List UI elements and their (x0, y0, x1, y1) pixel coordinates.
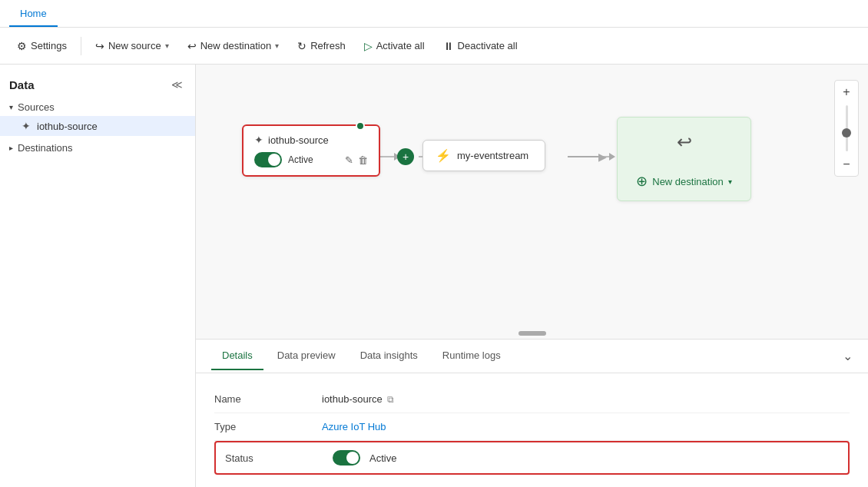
details-tabs: Details Data preview Data insights Runti… (196, 340, 868, 373)
connector-dot (356, 121, 365, 131)
sources-label: Sources (18, 101, 55, 113)
sidebar-section-sources: ▾ Sources ✦ iothub-source (0, 98, 195, 136)
status-toggle-slider (333, 450, 360, 465)
canvas-area: ✦ iothub-source Active ✎ 🗑 (196, 65, 868, 487)
name-text: iothub-source (322, 393, 383, 405)
new-source-icon: ↪ (95, 40, 104, 52)
sidebar-section-destinations: ▸ Destinations (0, 139, 195, 157)
tab-details[interactable]: Details (211, 342, 263, 370)
copy-icon[interactable]: ⧉ (387, 394, 394, 405)
detail-row-type: Type Azure IoT Hub (214, 413, 850, 441)
details-content: Name iothub-source ⧉ Type Azure IoT Hub … (196, 373, 868, 487)
new-dest-chevron: ▾ (728, 177, 732, 186)
tab-bar: Home (0, 0, 868, 28)
new-destination-chevron: ▾ (275, 41, 279, 50)
status-value: Active (333, 450, 396, 465)
scroll-indicator (518, 331, 546, 336)
sources-section-header[interactable]: ▾ Sources (0, 98, 195, 116)
zoom-slider-track (846, 105, 848, 151)
deactivate-all-label: Deactivate all (458, 40, 518, 51)
iothub-source-icon: ✦ (22, 120, 31, 132)
status-text: Active (369, 452, 396, 464)
node-action-icons: ✎ 🗑 (345, 154, 368, 166)
activate-all-label: Activate all (376, 40, 425, 51)
type-value: Azure IoT Hub (322, 421, 386, 432)
zoom-in-button[interactable]: + (838, 84, 855, 101)
new-source-chevron: ▾ (165, 41, 169, 50)
new-source-button[interactable]: ↪ New source ▾ (88, 35, 177, 57)
type-label: Type (214, 421, 306, 432)
delete-icon[interactable]: 🗑 (358, 154, 368, 166)
sidebar-item-iothub-source[interactable]: ✦ iothub-source (0, 116, 195, 136)
settings-button[interactable]: ⚙ Settings (9, 35, 75, 57)
destinations-chevron-icon: ▸ (9, 144, 13, 152)
tab-data-insights[interactable]: Data insights (350, 342, 429, 370)
sidebar: Data ≪ ▾ Sources ✦ iothub-source ▸ Desti… (0, 65, 196, 487)
toggle-label: Active (288, 154, 313, 165)
name-value: iothub-source ⧉ (322, 393, 394, 405)
details-panel: Details Data preview Data insights Runti… (196, 339, 868, 487)
main-layout: Data ≪ ▾ Sources ✦ iothub-source ▸ Desti… (0, 65, 868, 487)
settings-label: Settings (31, 40, 67, 51)
flow-arrow: ▶ (568, 151, 607, 163)
arrow-line (568, 156, 598, 157)
details-expand-button[interactable]: ⌄ (843, 349, 853, 363)
toggle-slider (254, 152, 282, 167)
zoom-out-button[interactable]: − (838, 156, 855, 173)
source-node-icon: ✦ (254, 134, 263, 146)
node-header: ✦ iothub-source (254, 134, 368, 146)
iothub-source-label: iothub-source (37, 121, 98, 132)
separator-1 (81, 37, 81, 55)
new-dest-label: New destination (652, 176, 724, 187)
refresh-icon: ↻ (297, 40, 306, 52)
name-label: Name (214, 393, 306, 405)
tab-data-preview[interactable]: Data preview (267, 342, 346, 370)
new-destination-label: New destination (200, 40, 272, 51)
tab-runtime-logs[interactable]: Runtime logs (432, 342, 512, 370)
destinations-label: Destinations (18, 142, 73, 154)
deactivate-all-button[interactable]: ⏸ Deactivate all (436, 35, 525, 57)
new-source-label: New source (108, 40, 161, 51)
arrow-head: ▶ (598, 151, 607, 163)
activate-all-button[interactable]: ▷ Activate all (356, 35, 432, 57)
activate-all-icon: ▷ (364, 40, 373, 52)
new-dest-plus-icon: ⊕ (636, 173, 648, 190)
detail-row-name: Name iothub-source ⧉ (214, 386, 850, 413)
sidebar-collapse-button[interactable]: ≪ (168, 77, 186, 92)
destination-icon: ↩ (677, 131, 692, 153)
deactivate-all-icon: ⏸ (443, 40, 454, 52)
detail-row-status: Status Active (214, 441, 850, 475)
tab-home[interactable]: Home (9, 2, 58, 27)
status-toggle[interactable] (333, 450, 360, 465)
sources-chevron-icon: ▾ (9, 103, 13, 111)
new-destination-button-flow[interactable]: ⊕ New destination ▾ (636, 173, 732, 190)
status-label: Status (225, 452, 317, 464)
settings-icon: ⚙ (17, 40, 27, 52)
source-toggle[interactable] (254, 152, 282, 167)
refresh-label: Refresh (310, 40, 346, 51)
zoom-slider-thumb (842, 128, 851, 137)
refresh-button[interactable]: ↻ Refresh (290, 35, 353, 57)
toolbar: ⚙ Settings ↪ New source ▾ ↩ New destinat… (0, 28, 868, 65)
destination-node[interactable]: ↩ ⊕ New destination ▾ (617, 117, 751, 201)
flow-canvas[interactable]: ✦ iothub-source Active ✎ 🗑 (196, 65, 868, 339)
svg-marker-4 (609, 153, 615, 161)
destinations-section-header[interactable]: ▸ Destinations (0, 139, 195, 157)
node-controls: Active ✎ 🗑 (254, 152, 368, 167)
eventstream-title: my-eventstream (457, 150, 528, 161)
zoom-controls: + − (834, 80, 859, 177)
source-node[interactable]: ✦ iothub-source Active ✎ 🗑 (242, 124, 380, 177)
new-destination-button[interactable]: ↩ New destination ▾ (180, 35, 287, 57)
eventstream-icon: ⚡ (436, 148, 451, 163)
sidebar-header: Data ≪ (0, 74, 195, 98)
plus-connector[interactable]: + (397, 148, 414, 165)
source-node-title: iothub-source (268, 134, 329, 146)
edit-icon[interactable]: ✎ (345, 154, 353, 166)
new-destination-icon: ↩ (187, 40, 197, 52)
plus-icon[interactable]: + (397, 148, 414, 165)
flow-connectors (196, 65, 868, 339)
eventstream-node[interactable]: ⚡ my-eventstream (422, 140, 545, 171)
type-text: Azure IoT Hub (322, 421, 386, 432)
sidebar-title: Data (9, 78, 35, 91)
